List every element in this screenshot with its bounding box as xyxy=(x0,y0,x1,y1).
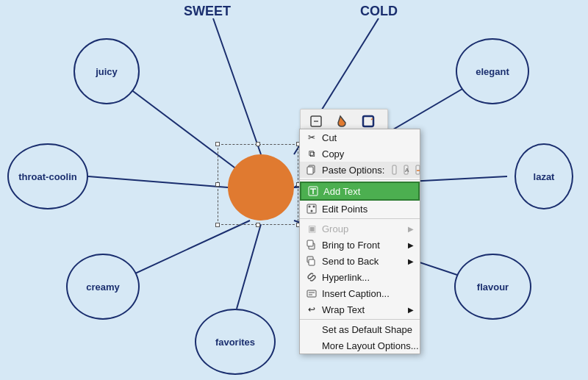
group-icon: ▣ xyxy=(306,223,318,234)
svg-point-19 xyxy=(309,206,311,208)
svg-rect-12 xyxy=(307,167,313,174)
node-flavour[interactable]: flavour xyxy=(454,254,531,320)
handle-ml[interactable] xyxy=(215,182,220,187)
send-to-back-icon xyxy=(306,255,318,267)
handle-tl[interactable] xyxy=(215,142,220,146)
ctx-group[interactable]: ▣ Group ▶ xyxy=(300,221,420,237)
add-text-icon xyxy=(307,185,319,197)
hyperlink-icon xyxy=(306,271,318,283)
svg-rect-25 xyxy=(309,259,315,265)
ctx-insert-caption[interactable]: Insert Caption... xyxy=(300,285,420,301)
svg-point-20 xyxy=(313,206,315,208)
context-menu: ✂ Cut ⧉ Copy Paste Options: A xyxy=(299,129,420,354)
center-shape[interactable] xyxy=(228,154,294,221)
svg-rect-10 xyxy=(363,116,373,126)
svg-rect-27 xyxy=(307,290,316,297)
ctx-hyperlink[interactable]: Hyperlink... xyxy=(300,269,420,285)
node-lazat[interactable]: lazat xyxy=(514,143,573,209)
ctx-edit-points[interactable]: Edit Points xyxy=(300,201,420,217)
ctx-paste-options[interactable]: Paste Options: A xyxy=(300,162,420,178)
separator-3 xyxy=(300,319,420,320)
bring-to-front-icon xyxy=(306,239,318,251)
svg-line-7 xyxy=(213,18,261,154)
cut-icon: ✂ xyxy=(306,132,318,143)
sweet-label: SWEET xyxy=(184,4,231,19)
handle-bm[interactable] xyxy=(256,223,260,227)
separator-2 xyxy=(300,218,420,219)
svg-text:A: A xyxy=(405,167,409,173)
separator-1 xyxy=(300,179,420,180)
set-default-icon xyxy=(306,323,318,335)
node-favorites[interactable]: favorites xyxy=(195,309,276,375)
svg-rect-23 xyxy=(307,240,313,246)
handle-tm[interactable] xyxy=(256,142,260,146)
node-elegant[interactable]: elegant xyxy=(456,38,529,104)
ctx-bring-to-front[interactable]: Bring to Front ▶ xyxy=(300,237,420,253)
svg-line-26 xyxy=(310,276,313,279)
svg-point-21 xyxy=(311,210,313,212)
more-layout-icon xyxy=(306,340,318,351)
node-throat-cooling[interactable]: throat-coolin xyxy=(7,143,88,209)
insert-caption-icon xyxy=(306,287,318,299)
svg-rect-16 xyxy=(416,165,420,174)
svg-line-6 xyxy=(237,224,261,309)
svg-line-2 xyxy=(88,176,228,187)
handle-bl[interactable] xyxy=(215,223,220,227)
ctx-send-to-back[interactable]: Send to Back ▶ xyxy=(300,253,420,269)
copy-icon: ⧉ xyxy=(306,148,318,159)
wrap-text-icon: ↩ xyxy=(306,304,318,315)
mindmap-canvas: SWEET COLD juicy elegant throat-coolin l… xyxy=(0,0,588,380)
node-juicy[interactable]: juicy xyxy=(74,38,140,104)
paste-icon xyxy=(306,164,318,176)
svg-rect-13 xyxy=(392,165,396,174)
ctx-copy[interactable]: ⧉ Copy xyxy=(300,146,420,162)
edit-points-icon xyxy=(306,203,318,215)
ctx-set-default[interactable]: Set as Default Shape xyxy=(300,321,420,337)
ctx-wrap-text[interactable]: ↩ Wrap Text ▶ xyxy=(300,301,420,318)
node-creamy[interactable]: creamy xyxy=(66,254,140,320)
ctx-cut[interactable]: ✂ Cut xyxy=(300,129,420,146)
cold-label: COLD xyxy=(360,4,398,19)
ctx-more-layout[interactable]: More Layout Options... xyxy=(300,337,420,354)
ctx-add-text[interactable]: Add Text xyxy=(300,182,420,201)
